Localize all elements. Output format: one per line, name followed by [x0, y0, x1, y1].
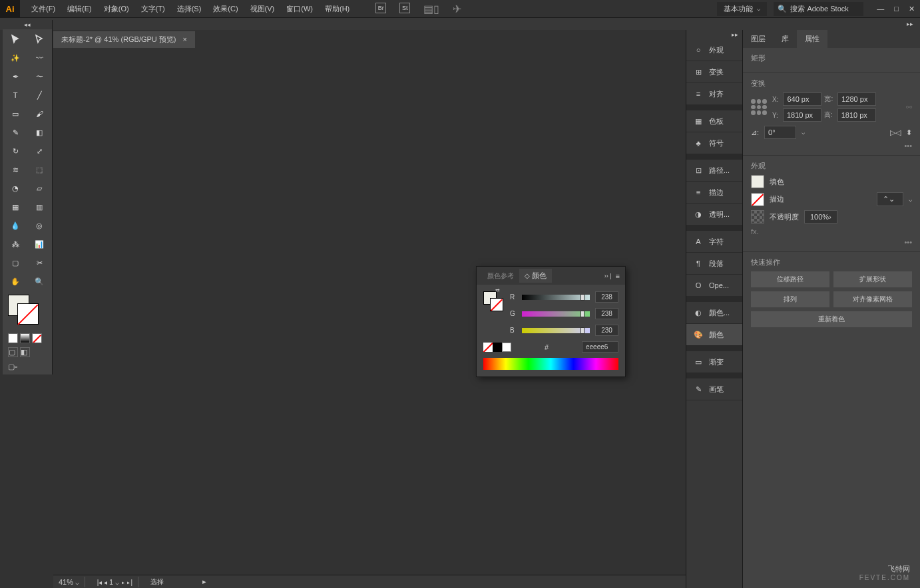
play-icon[interactable]: ▸	[202, 577, 206, 586]
workspace-selector[interactable]: 基本功能⌵	[717, 2, 767, 16]
lasso-tool[interactable]: 〰	[28, 49, 51, 67]
panel-stroke-color[interactable]	[490, 298, 503, 311]
reference-point[interactable]	[751, 99, 767, 115]
fx-button[interactable]: fx.	[751, 227, 912, 235]
maximize-button[interactable]: □	[894, 5, 899, 13]
bridge-icon[interactable]: Br	[375, 3, 386, 13]
tab-properties[interactable]: 属性	[797, 30, 827, 48]
dock-paragraph[interactable]: ¶段落	[686, 253, 742, 275]
align-pixel-button[interactable]: 对齐像素网格	[833, 291, 912, 307]
red-slider[interactable]	[522, 295, 590, 300]
rotate-dropdown[interactable]: ⌵	[802, 129, 805, 136]
dock-align[interactable]: ≡对齐	[686, 83, 742, 105]
recolor-button[interactable]: 重新着色	[751, 311, 912, 327]
tab-libraries[interactable]: 库	[774, 30, 797, 48]
menu-select[interactable]: 选择(S)	[171, 1, 208, 17]
dock-color[interactable]: 🎨颜色	[686, 324, 742, 346]
stroke-color[interactable]	[17, 303, 39, 325]
color-mode-solid[interactable]	[8, 333, 18, 343]
offset-path-button[interactable]: 位移路径	[751, 271, 829, 287]
x-input[interactable]	[783, 92, 821, 106]
stock-icon[interactable]: St	[399, 3, 410, 13]
color-spectrum[interactable]	[483, 358, 618, 370]
dock-appearance[interactable]: ○外观	[686, 39, 742, 61]
dock-stroke[interactable]: ≡描边	[686, 182, 742, 204]
stroke-dropdown[interactable]: ⌵	[909, 196, 912, 203]
color-mode-gradient[interactable]	[20, 333, 30, 343]
green-slider[interactable]	[522, 311, 590, 317]
dock-transparency[interactable]: ◑透明...	[686, 204, 742, 225]
width-input[interactable]	[837, 92, 876, 106]
expand-shape-button[interactable]: 扩展形状	[833, 271, 912, 287]
pen-tool[interactable]: ✒	[4, 68, 27, 85]
mesh-tool[interactable]: ▦	[4, 198, 27, 216]
close-tab-icon[interactable]: ×	[183, 35, 187, 43]
direct-selection-tool[interactable]	[28, 31, 51, 48]
dock-brushes[interactable]: ✎画笔	[686, 378, 742, 400]
dock-symbols[interactable]: ♣符号	[686, 132, 742, 154]
search-input[interactable]: 🔍搜索 Adobe Stock	[774, 2, 863, 16]
dock-toggle[interactable]: ▸▸	[686, 30, 742, 39]
shape-builder-tool[interactable]: ◔	[4, 180, 27, 197]
green-value[interactable]	[595, 308, 618, 319]
line-tool[interactable]: ╱	[28, 86, 51, 104]
panel-collapse[interactable]: ›› |	[604, 273, 612, 279]
shaper-tool[interactable]: ✎	[4, 124, 27, 141]
menu-type[interactable]: 文字(T)	[135, 1, 171, 17]
dock-color-guide[interactable]: ◐颜色...	[686, 302, 742, 324]
flip-h-icon[interactable]: ▷◁	[890, 128, 901, 137]
blend-tool[interactable]: ◎	[28, 217, 51, 234]
more-options-2[interactable]: •••	[751, 238, 912, 246]
dock-gradient[interactable]: ▭渐变	[686, 351, 742, 373]
blue-value[interactable]	[595, 325, 618, 336]
more-options[interactable]: •••	[751, 142, 912, 150]
screen-modes[interactable]: ▢▫	[3, 359, 52, 374]
publish-icon[interactable]: ✈	[453, 3, 461, 15]
minimize-button[interactable]: —	[877, 5, 884, 13]
dock-swatches[interactable]: ▦色板	[686, 110, 742, 132]
rotate-tool[interactable]: ↻	[4, 142, 27, 160]
close-button[interactable]: ✕	[909, 5, 915, 13]
panel-menu[interactable]: ≡	[612, 272, 620, 280]
flip-v-icon[interactable]: ⬍	[906, 128, 912, 137]
link-icon[interactable]: ⚯	[906, 103, 912, 112]
graph-tool[interactable]: 📊	[28, 235, 51, 253]
dock-character[interactable]: A字符	[686, 231, 742, 253]
zoom-level[interactable]: 41% ⌵	[53, 577, 85, 587]
tab-color[interactable]: ◇ 颜色	[519, 269, 552, 283]
perspective-tool[interactable]: ▱	[28, 180, 51, 197]
magic-wand-tool[interactable]: ✨	[4, 49, 27, 67]
document-tab[interactable]: 未标题-2* @ 41% (RGB/GPU 预览) ×	[53, 31, 195, 48]
stroke-swatch[interactable]	[751, 193, 764, 206]
expand-toggle[interactable]: ▸▸	[907, 21, 920, 27]
y-input[interactable]	[783, 108, 821, 122]
arrange-icon[interactable]: ▤▯	[423, 3, 439, 15]
opacity-swatch[interactable]	[751, 210, 764, 223]
blue-slider[interactable]	[522, 328, 590, 333]
eraser-tool[interactable]: ◧	[28, 124, 51, 141]
opacity-input[interactable]: 100%›	[804, 210, 837, 223]
eyedropper-tool[interactable]: 💧	[4, 217, 27, 234]
draw-behind[interactable]: ◧	[20, 347, 30, 357]
black-swatch[interactable]	[493, 343, 502, 352]
paintbrush-tool[interactable]: 🖌	[28, 105, 51, 122]
menu-object[interactable]: 对象(O)	[98, 1, 135, 17]
selection-tool[interactable]	[4, 31, 27, 48]
slice-tool[interactable]: ✂	[28, 254, 51, 271]
type-tool[interactable]: T	[4, 86, 27, 104]
dock-opentype[interactable]: OOpe...	[686, 275, 742, 297]
symbol-sprayer-tool[interactable]: ⁂	[4, 235, 27, 253]
menu-edit[interactable]: 编辑(E)	[61, 1, 98, 17]
menu-window[interactable]: 窗口(W)	[280, 1, 319, 17]
toolbar-toggle[interactable]: ◂◂	[3, 20, 52, 29]
color-panel-header[interactable]: 颜色参考 ◇ 颜色 ›› | ≡	[477, 267, 625, 285]
height-input[interactable]	[837, 108, 876, 122]
none-swatch[interactable]	[483, 343, 493, 352]
width-tool[interactable]: ≋	[4, 161, 27, 178]
color-mode-none[interactable]	[32, 333, 42, 343]
hex-input[interactable]	[582, 341, 618, 353]
gradient-tool[interactable]: ▥	[28, 198, 51, 216]
scale-tool[interactable]: ⤢	[28, 142, 51, 160]
menu-view[interactable]: 视图(V)	[244, 1, 281, 17]
nav-controls[interactable]: |◂ ◂ 1 ⌵ ▸ ▸|	[92, 577, 138, 587]
